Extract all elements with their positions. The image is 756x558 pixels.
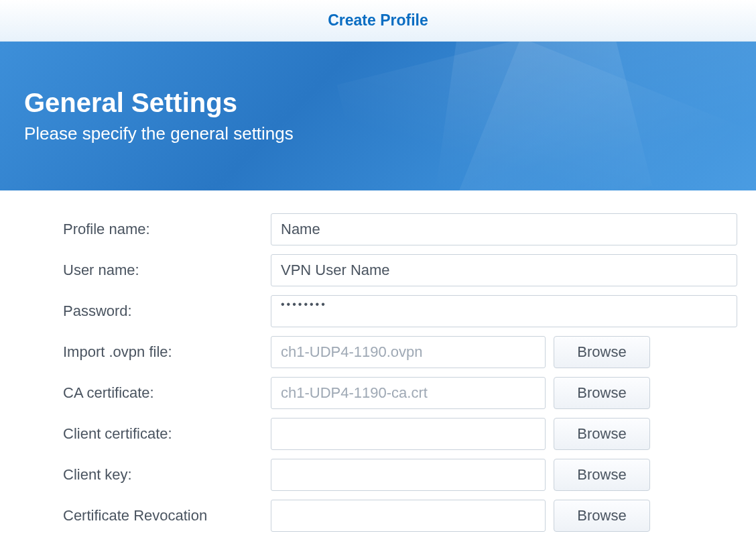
client-key-input[interactable]	[271, 459, 546, 491]
label-client-key: Client key:	[63, 466, 271, 484]
titlebar: Create Profile	[0, 0, 756, 42]
browse-client-key-button[interactable]: Browse	[554, 459, 650, 491]
client-cert-input[interactable]	[271, 418, 546, 450]
row-user-name: User name:	[63, 254, 737, 286]
form-area: Profile name: User name: Password: •••••…	[0, 190, 756, 532]
row-profile-name: Profile name:	[63, 213, 737, 245]
row-client-cert: Client certificate: Browse	[63, 418, 737, 450]
label-user-name: User name:	[63, 262, 271, 279]
row-ca-cert: CA certificate: Browse	[63, 377, 737, 409]
row-ovpn: Import .ovpn file: Browse	[63, 336, 737, 368]
label-crl: Certificate Revocation	[63, 507, 271, 524]
label-password: Password:	[63, 302, 271, 320]
banner: General Settings Please specify the gene…	[0, 42, 756, 190]
page-title: Create Profile	[328, 11, 428, 30]
browse-crl-button[interactable]: Browse	[554, 500, 650, 532]
label-ca-cert: CA certificate:	[63, 384, 271, 402]
user-name-input[interactable]	[271, 254, 737, 286]
browse-client-cert-button[interactable]: Browse	[554, 418, 650, 450]
row-client-key: Client key: Browse	[63, 459, 737, 491]
browse-ovpn-button[interactable]: Browse	[554, 336, 650, 368]
banner-title: General Settings	[24, 88, 756, 118]
ovpn-file-input[interactable]	[271, 336, 546, 368]
ca-cert-input[interactable]	[271, 377, 546, 409]
label-ovpn: Import .ovpn file:	[63, 343, 271, 361]
label-profile-name: Profile name:	[63, 221, 271, 238]
label-client-cert: Client certificate:	[63, 425, 271, 443]
profile-name-input[interactable]	[271, 213, 737, 245]
row-password: Password: ••••••••	[63, 295, 737, 327]
row-crl: Certificate Revocation Browse	[63, 500, 737, 532]
password-input[interactable]: ••••••••	[271, 295, 737, 327]
crl-input[interactable]	[271, 500, 546, 532]
browse-ca-cert-button[interactable]: Browse	[554, 377, 650, 409]
banner-subtitle: Please specify the general settings	[24, 123, 756, 144]
